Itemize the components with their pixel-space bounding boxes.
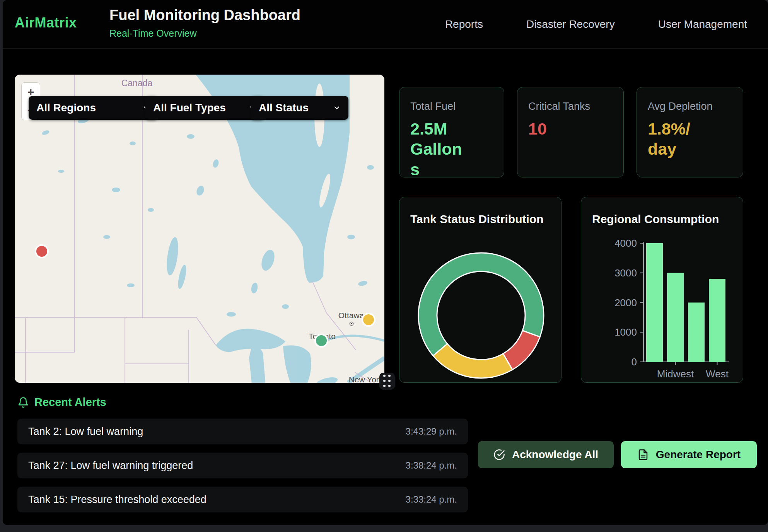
stat-card-total-fuel: Total Fuel 2.5M Gallons [399,87,504,177]
map-drag-handle[interactable] [379,373,395,390]
svg-text:0: 0 [631,356,637,368]
page-title: Fuel Monitoring Dashboard [109,7,300,24]
generate-report-button[interactable]: Generate Report [621,441,757,468]
marker-normal[interactable] [315,334,328,347]
alert-text: Tank 2: Low fuel warning [28,426,143,438]
svg-text:West: West [706,368,729,380]
bar-1 [667,273,684,362]
alert-text: Tank 27: Low fuel warning triggered [28,460,193,472]
alert-row[interactable]: Tank 15: Pressure threshold exceeded 3:3… [17,487,468,512]
donut-segment-warning [433,344,512,378]
filter-region-label: All Regions [36,102,96,114]
chevron-down-icon [333,104,341,112]
generate-report-label: Generate Report [656,448,741,461]
filter-region-select[interactable]: All Regions [29,96,158,120]
bell-icon [17,397,29,408]
city-label-new-york: New York [349,375,383,383]
svg-text:3000: 3000 [614,267,637,279]
filter-status-select[interactable]: All Status [251,96,348,120]
filter-status-label: All Status [259,102,309,114]
map-panel: Canada Ottawa Toronto New York + − All R… [15,75,384,383]
acknowledge-all-label: Acknowledge All [512,448,598,461]
stat-value: 10 [528,119,613,139]
bar-3 [709,279,725,362]
svg-text:1000: 1000 [614,326,637,338]
alert-row[interactable]: Tank 2: Low fuel warning 3:43:29 p.m. [17,419,468,444]
alert-text: Tank 15: Pressure threshold exceeded [28,494,207,506]
svg-text:4000: 4000 [614,237,637,249]
alerts-title: Recent Alerts [34,396,106,409]
filter-fuel-type-label: All Fuel Types [153,102,226,114]
main-nav: Reports Disaster Recovery User Managemen… [445,0,747,48]
stat-value: 2.5M Gallons [410,119,468,179]
app-header: AirMatrix Fuel Monitoring Dashboard Real… [3,0,768,49]
marker-critical[interactable] [36,245,48,257]
svg-text:2000: 2000 [614,297,637,309]
nav-item-disaster-recovery[interactable]: Disaster Recovery [526,18,615,31]
filter-fuel-type-select[interactable]: All Fuel Types [145,96,264,120]
stat-card-avg-depletion: Avg Depletion 1.8%/day [637,87,743,177]
alert-time: 3:33:24 p.m. [406,494,457,505]
marker-warning[interactable] [362,314,375,326]
panel-tank-status-distribution: Tank Status Distribution [399,197,561,383]
bar-0 [646,243,663,362]
dashboard-window: AirMatrix Fuel Monitoring Dashboard Real… [3,0,768,525]
check-circle-icon [493,449,505,460]
alert-time: 3:43:29 p.m. [406,426,457,437]
bar-2 [688,303,705,362]
stat-label: Total Fuel [410,101,493,113]
stat-card-critical-tanks: Critical Tanks 10 [517,87,624,177]
donut-chart [399,197,561,382]
bar-chart: 01000200030004000MidwestWest [581,197,743,382]
map-canvas[interactable]: Canada Ottawa Toronto New York [15,75,384,383]
country-label-canada: Canada [121,78,153,88]
file-text-icon [637,449,649,460]
city-label-ottawa: Ottawa [338,311,364,320]
stat-label: Critical Tanks [528,101,613,113]
alert-time: 3:38:24 p.m. [406,460,457,471]
stat-label: Avg Depletion [648,101,732,113]
svg-text:Midwest: Midwest [657,368,694,380]
ottawa-town-dot [351,323,352,324]
panel-regional-consumption: Regional Consumption 01000200030004000Mi… [581,197,743,383]
nav-item-user-management[interactable]: User Management [658,18,747,31]
page-subtitle: Real-Time Overview [109,28,197,39]
app-logo: AirMatrix [15,15,77,31]
nav-item-reports[interactable]: Reports [445,18,483,31]
alert-row[interactable]: Tank 27: Low fuel warning triggered 3:38… [17,453,468,478]
acknowledge-all-button[interactable]: Acknowledge All [478,441,614,468]
alerts-header: Recent Alerts [17,396,106,409]
stat-value: 1.8%/day [648,119,694,159]
